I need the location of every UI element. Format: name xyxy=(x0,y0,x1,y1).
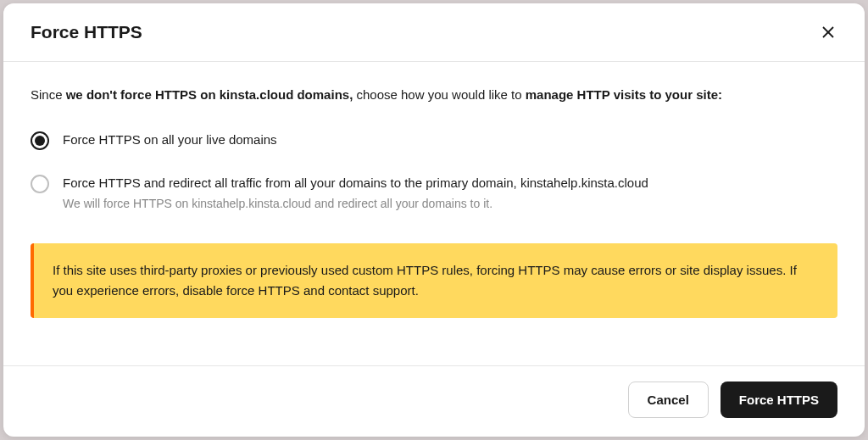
radio-label: Force HTTPS and redirect all traffic fro… xyxy=(63,175,648,190)
cancel-button[interactable]: Cancel xyxy=(628,382,709,418)
intro-bold1: we don't force HTTPS on kinsta.cloud dom… xyxy=(66,87,353,102)
radio-option-all-domains[interactable]: Force HTTPS on all your live domains xyxy=(31,131,837,150)
radio-indicator xyxy=(31,131,49,150)
modal-title: Force HTTPS xyxy=(31,22,142,42)
intro-bold2: manage HTTP visits to your site: xyxy=(526,87,722,102)
modal-header: Force HTTPS xyxy=(3,3,865,62)
radio-content: Force HTTPS on all your live domains xyxy=(63,131,837,150)
warning-text: If this site uses third-party proxies or… xyxy=(53,263,797,298)
intro-text: Since we don't force HTTPS on kinsta.clo… xyxy=(31,86,837,105)
modal-body: Since we don't force HTTPS on kinsta.clo… xyxy=(3,62,865,365)
radio-dot-icon xyxy=(35,136,45,146)
radio-content: Force HTTPS and redirect all traffic fro… xyxy=(63,174,837,213)
radio-group: Force HTTPS on all your live domains For… xyxy=(31,131,837,213)
radio-indicator xyxy=(31,175,49,193)
force-https-modal: Force HTTPS Since we don't force HTTPS o… xyxy=(3,3,865,437)
warning-box: If this site uses third-party proxies or… xyxy=(31,243,837,318)
modal-footer: Cancel Force HTTPS xyxy=(3,365,865,437)
intro-mid: choose how you would like to xyxy=(353,87,525,102)
force-https-button[interactable]: Force HTTPS xyxy=(721,382,837,418)
close-icon xyxy=(822,26,834,38)
radio-label: Force HTTPS on all your live domains xyxy=(63,132,277,147)
close-button[interactable] xyxy=(819,23,837,42)
intro-prefix: Since xyxy=(31,87,66,102)
radio-helper-text: We will force HTTPS on kinstahelp.kinsta… xyxy=(63,196,837,213)
radio-option-redirect-primary[interactable]: Force HTTPS and redirect all traffic fro… xyxy=(31,174,837,213)
